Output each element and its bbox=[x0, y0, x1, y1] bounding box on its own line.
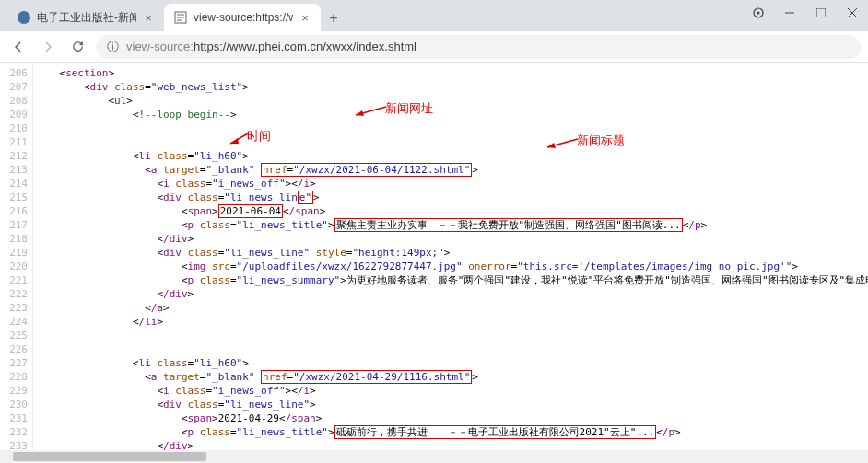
annotation-news-url: 新闻网址 bbox=[385, 101, 433, 115]
newtab-button[interactable]: + bbox=[321, 6, 346, 31]
arrow-icon bbox=[545, 138, 579, 149]
browser-toolbar: ⓘ view-source:https://www.phei.com.cn/xw… bbox=[0, 31, 868, 63]
site-info-icon[interactable]: ⓘ bbox=[107, 39, 119, 55]
circle-icon[interactable] bbox=[743, 0, 774, 26]
svg-marker-9 bbox=[356, 110, 364, 116]
svg-rect-5 bbox=[816, 8, 826, 17]
scrollbar-thumb[interactable] bbox=[13, 452, 206, 461]
svg-marker-13 bbox=[547, 143, 556, 148]
url-bar[interactable]: ⓘ view-source:https://www.phei.com.cn/xw… bbox=[96, 35, 861, 59]
favicon-icon bbox=[173, 10, 188, 25]
close-icon[interactable]: × bbox=[142, 11, 155, 24]
close-icon[interactable]: × bbox=[299, 11, 311, 24]
annotation-time: 时间 bbox=[247, 129, 271, 143]
browser-tab-active[interactable]: view-source:https://www.phe × bbox=[164, 4, 321, 31]
horizontal-scrollbar[interactable] bbox=[0, 450, 868, 463]
forward-button[interactable] bbox=[37, 36, 59, 58]
reload-button[interactable] bbox=[66, 36, 88, 58]
url-text: view-source:https://www.phei.com.cn/xwxx… bbox=[126, 40, 416, 53]
svg-line-12 bbox=[547, 139, 578, 147]
svg-point-0 bbox=[18, 11, 30, 24]
tab-title: view-source:https://www.phe bbox=[194, 11, 293, 24]
arrow-icon bbox=[354, 106, 387, 117]
annotation-news-title: 新闻标题 bbox=[577, 133, 625, 147]
back-button[interactable] bbox=[7, 36, 29, 58]
svg-point-3 bbox=[757, 12, 760, 15]
arrow-icon bbox=[229, 133, 249, 145]
tab-title: 电子工业出版社-新闻中心 bbox=[37, 10, 136, 26]
minimize-button[interactable] bbox=[774, 0, 805, 26]
svg-marker-11 bbox=[230, 138, 239, 144]
close-window-button[interactable] bbox=[837, 0, 868, 26]
line-gutter: 2062072082092102112122132142152162172182… bbox=[0, 63, 33, 463]
maximize-button[interactable] bbox=[805, 0, 837, 26]
favicon-icon bbox=[17, 10, 31, 25]
browser-tab[interactable]: 电子工业出版社-新闻中心 × bbox=[7, 4, 164, 31]
source-code[interactable]: <section> <div class="web_news_list"> <u… bbox=[33, 63, 868, 463]
svg-line-10 bbox=[230, 133, 248, 144]
svg-line-8 bbox=[356, 107, 386, 115]
